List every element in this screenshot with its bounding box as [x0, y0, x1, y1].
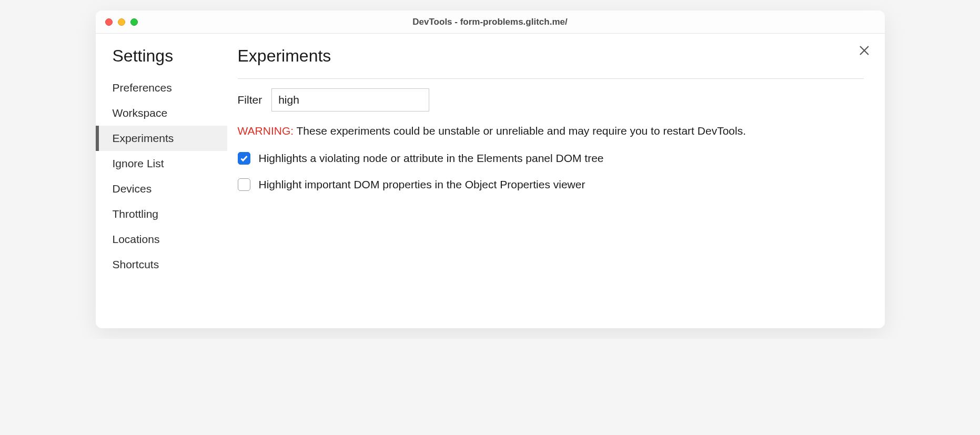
traffic-lights — [105, 18, 138, 26]
experiment-row: Highlights a violating node or attribute… — [238, 152, 864, 165]
settings-main: Experiments Filter WARNING: These experi… — [227, 34, 885, 328]
sidebar-title: Settings — [96, 46, 227, 75]
window-title: DevTools - form-problems.glitch.me/ — [412, 17, 567, 27]
sidebar-item-label: Experiments — [113, 132, 174, 144]
sidebar-item-label: Throttling — [113, 208, 159, 220]
warning-message: WARNING: These experiments could be unst… — [238, 123, 864, 138]
experiment-label[interactable]: Highlight important DOM properties in th… — [259, 178, 585, 191]
sidebar-item-label: Ignore List — [113, 157, 164, 169]
sidebar-item-throttling[interactable]: Throttling — [96, 201, 227, 227]
settings-sidebar: Settings Preferences Workspace Experimen… — [96, 34, 227, 328]
experiment-label[interactable]: Highlights a violating node or attribute… — [259, 152, 604, 165]
close-button[interactable] — [856, 42, 872, 61]
window: DevTools - form-problems.glitch.me/ Sett… — [96, 11, 885, 328]
sidebar-item-label: Preferences — [113, 82, 172, 94]
sidebar-item-label: Workspace — [113, 107, 168, 119]
experiment-row: Highlight important DOM properties in th… — [238, 178, 864, 191]
sidebar-item-label: Locations — [113, 233, 160, 245]
experiment-checkbox-highlight-violating-node[interactable] — [238, 152, 250, 165]
experiment-checkbox-highlight-dom-properties[interactable] — [238, 178, 250, 191]
sidebar-item-locations[interactable]: Locations — [96, 227, 227, 252]
window-maximize-button[interactable] — [130, 18, 138, 26]
window-minimize-button[interactable] — [118, 18, 125, 26]
sidebar-list: Preferences Workspace Experiments Ignore… — [96, 75, 227, 277]
sidebar-item-experiments[interactable]: Experiments — [96, 126, 227, 151]
sidebar-item-ignore-list[interactable]: Ignore List — [96, 151, 227, 176]
sidebar-item-label: Devices — [113, 183, 152, 195]
page-title: Experiments — [238, 46, 864, 79]
content: Settings Preferences Workspace Experimen… — [96, 34, 885, 328]
close-icon — [858, 45, 870, 56]
filter-row: Filter — [238, 88, 864, 112]
titlebar: DevTools - form-problems.glitch.me/ — [96, 11, 885, 34]
sidebar-item-shortcuts[interactable]: Shortcuts — [96, 252, 227, 277]
checkmark-icon — [240, 154, 248, 163]
sidebar-item-devices[interactable]: Devices — [96, 176, 227, 201]
filter-input[interactable] — [271, 88, 429, 112]
sidebar-item-preferences[interactable]: Preferences — [96, 75, 227, 100]
sidebar-item-label: Shortcuts — [113, 258, 159, 270]
warning-label: WARNING: — [238, 125, 294, 137]
sidebar-item-workspace[interactable]: Workspace — [96, 100, 227, 126]
window-close-button[interactable] — [105, 18, 113, 26]
warning-text: These experiments could be unstable or u… — [297, 125, 746, 137]
filter-label: Filter — [238, 94, 262, 106]
